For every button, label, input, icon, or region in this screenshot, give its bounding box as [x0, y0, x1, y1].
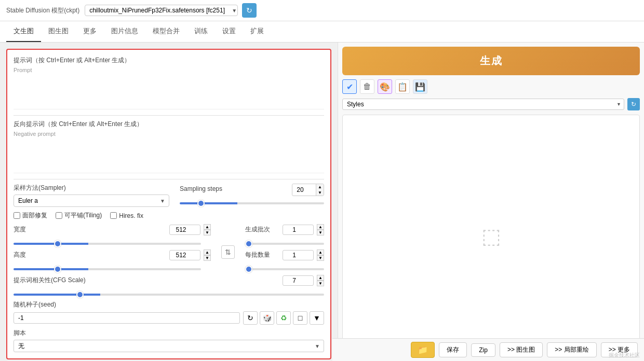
seed-checkbox-button[interactable]: □ [293, 311, 307, 325]
width-label: 宽度 [14, 225, 34, 234]
tiling-checkbox[interactable] [56, 212, 62, 219]
height-slider-wrap [14, 264, 211, 272]
batch-size-input-wrap: ▲ ▼ [283, 249, 324, 261]
tiling-checkbox-label[interactable]: 可平铺(Tiling) [56, 211, 102, 220]
width-up-button[interactable]: ▲ [204, 224, 211, 230]
wh-batch-row: 宽度 ▲ ▼ 高度 [14, 224, 324, 272]
batch-count-input-wrap: ▲ ▼ [283, 224, 324, 235]
width-input[interactable] [169, 225, 200, 235]
tab-txt2img[interactable]: 文生图 [6, 21, 41, 42]
image-placeholder-icon: ⬚ [481, 224, 501, 248]
to-img2img-button[interactable]: >> 图生图 [500, 342, 543, 357]
batch-count-label: 生成批次 [245, 225, 270, 234]
negative-prompt-label: 反向提示词（按 Ctrl+Enter 或 Alt+Enter 生成） [14, 120, 324, 129]
steps-input[interactable] [292, 185, 316, 195]
model-refresh-button[interactable]: ↻ [242, 3, 257, 18]
styles-refresh-button[interactable]: ↻ [627, 98, 640, 110]
script-select[interactable]: 无 [14, 340, 324, 352]
save-disk-icon-button[interactable]: 💾 [413, 79, 427, 94]
batch-count-row: 生成批次 ▲ ▼ [245, 224, 324, 237]
batch-size-slider[interactable] [245, 268, 324, 270]
seed-row: 随机种子(seed) ↻ 🎲 ♻ □ ▼ [14, 300, 324, 325]
styles-select[interactable]: Styles [342, 99, 624, 110]
negative-prompt-area: 反向提示词（按 Ctrl+Enter 或 Alt+Enter 生成） Negat… [14, 120, 324, 175]
seed-recycle-button[interactable]: ↻ [243, 311, 258, 325]
width-row: 宽度 ▲ ▼ [14, 224, 211, 237]
batch-size-input[interactable] [283, 250, 314, 260]
zip-button[interactable]: Zip [471, 343, 495, 357]
cfg-slider[interactable] [14, 294, 324, 296]
steps-up-button[interactable]: ▲ [316, 184, 324, 190]
prompt-area: 提示词（按 Ctrl+Enter 或 Alt+Enter 生成） Prompt [14, 56, 324, 111]
seed-dice-button[interactable]: 🎲 [260, 311, 274, 325]
model-label: Stable Diffusion 模型(ckpt) [6, 6, 79, 15]
batch-count-input[interactable] [283, 225, 314, 235]
batch-size-slider-wrap [245, 264, 324, 272]
left-panel: 提示词（按 Ctrl+Enter 或 Alt+Enter 生成） Prompt … [0, 43, 338, 361]
seed-extra-button[interactable]: ▼ [310, 311, 324, 325]
trash-icon-button[interactable]: 🗑 [360, 79, 374, 94]
folder-button[interactable]: 📁 [411, 342, 435, 358]
seed-label: 随机种子(seed) [14, 300, 324, 309]
steps-slider[interactable] [180, 202, 324, 204]
face-restore-checkbox[interactable] [14, 212, 20, 219]
height-spinners: ▲ ▼ [204, 249, 211, 261]
batch-size-label: 每批数量 [245, 251, 270, 259]
watermark: 掘金技术社区 [609, 352, 640, 359]
cfg-down-button[interactable]: ▼ [317, 281, 324, 286]
width-slider-wrap [14, 239, 211, 246]
cfg-slider-wrap [14, 289, 324, 297]
style-icon-button[interactable]: 🎨 [378, 79, 392, 94]
height-up-button[interactable]: ▲ [204, 249, 211, 255]
save-button[interactable]: 保存 [439, 342, 467, 357]
height-input[interactable] [169, 250, 200, 260]
prompt-input[interactable] [14, 73, 324, 109]
to-inpaint-button[interactable]: >> 局部重绘 [547, 342, 596, 357]
steps-label: Sampling steps [180, 185, 222, 192]
hires-fix-checkbox-label[interactable]: Hires. fix [110, 212, 143, 219]
height-down-button[interactable]: ▼ [204, 255, 211, 261]
cfg-input[interactable] [283, 275, 314, 286]
tab-merge[interactable]: 模型合并 [145, 21, 187, 42]
tab-extensions[interactable]: 扩展 [243, 21, 271, 42]
script-label: 脚本 [14, 329, 324, 338]
bottom-bar: 📁 保存 Zip >> 图生图 >> 局部重绘 >> 更多 [332, 338, 644, 361]
check-icon-button[interactable]: ✔ [342, 79, 357, 94]
seed-recycle2-button[interactable]: ♻ [276, 311, 291, 325]
nav-tabs: 文生图 图生图 更多 图片信息 模型合并 训练 设置 扩展 [0, 21, 644, 43]
height-slider[interactable] [14, 268, 201, 270]
negative-prompt-sublabel: Negative prompt [14, 131, 324, 137]
sampler-select[interactable]: Euler a Euler LMS DDIM PLMS [14, 195, 169, 207]
width-down-button[interactable]: ▼ [204, 230, 211, 235]
batch-size-down-button[interactable]: ▼ [317, 255, 324, 261]
styles-select-wrap: Styles ▼ [342, 99, 624, 110]
generate-button[interactable]: 生成 [342, 47, 640, 75]
tab-train[interactable]: 训练 [187, 21, 215, 42]
script-select-wrap: 无 ▼ [14, 340, 324, 352]
sampler-label: 采样方法(Sampler) [14, 184, 169, 192]
face-restore-checkbox-label[interactable]: 面部修复 [14, 211, 47, 220]
copy-icon-button[interactable]: 📋 [395, 79, 410, 94]
tab-imginfo[interactable]: 图片信息 [104, 21, 145, 42]
swap-dimensions-button[interactable]: ⇅ [221, 245, 235, 259]
width-slider[interactable] [14, 243, 201, 245]
batch-count-up-button[interactable]: ▲ [317, 224, 324, 230]
model-select[interactable]: chilloutmix_NiPrunedFp32Fix.safetensors … [85, 5, 238, 16]
height-input-wrap: ▲ ▼ [169, 249, 211, 261]
styles-row: Styles ▼ ↻ [342, 98, 640, 110]
prompt-divider [14, 115, 324, 116]
batch-count-slider[interactable] [245, 243, 324, 245]
batch-size-up-button[interactable]: ▲ [317, 249, 324, 255]
seed-input[interactable] [14, 312, 240, 324]
hires-fix-checkbox[interactable] [110, 212, 117, 219]
batch-count-down-button[interactable]: ▼ [317, 230, 324, 235]
batch-count-spinners: ▲ ▼ [317, 224, 324, 235]
batch-count-slider-wrap [245, 239, 324, 246]
cfg-up-button[interactable]: ▲ [317, 275, 324, 281]
tab-more[interactable]: 更多 [76, 21, 104, 42]
cfg-label: 提示词相关性(CFG Scale) [14, 276, 86, 285]
tab-settings[interactable]: 设置 [215, 21, 243, 42]
negative-prompt-input[interactable] [14, 137, 324, 173]
tab-img2img[interactable]: 图生图 [41, 21, 76, 42]
steps-down-button[interactable]: ▼ [316, 190, 324, 196]
